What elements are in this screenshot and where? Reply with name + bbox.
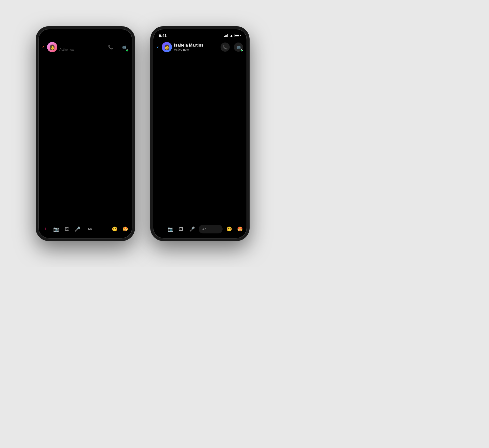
chat-area-dark: Oh, I remember this! 👩 What a great trip… bbox=[153, 54, 247, 223]
bubble-5-light: #Lovetoseeit bbox=[50, 186, 79, 197]
bubble-6-dark: Let me know what you wanna do! bbox=[165, 198, 228, 208]
contact-status-light: Active now bbox=[59, 48, 104, 51]
video-button-dark[interactable]: 📹 bbox=[234, 43, 243, 52]
add-button-light[interactable]: + bbox=[41, 225, 49, 233]
active-dot-light bbox=[126, 49, 128, 51]
msg-row-2-dark: 👩 What a great trip that was. bbox=[156, 141, 244, 151]
msg-avatar-5-light: 👩 bbox=[41, 190, 48, 197]
reaction-6-light: 👍 bbox=[124, 203, 129, 208]
msg-avatar-7-light: 👩 bbox=[41, 213, 48, 220]
screen-dark: 9:41 ▲ ‹ 👩 Isabela Martins Active now bbox=[153, 29, 247, 239]
bubble-4-light: Hmm idk but I have my outfit planned out… bbox=[63, 170, 130, 185]
back-arrow-light[interactable]: ‹ bbox=[42, 44, 44, 50]
msg-avatar-3-light: 👩 bbox=[41, 161, 48, 169]
msg-row-7-dark: Sounds good 🎊 bbox=[156, 209, 244, 220]
msg-row-5-dark: #Lovetoseeit bbox=[156, 186, 244, 197]
msg-row-1-light: 👩 Oh, I remember this! bbox=[41, 129, 129, 139]
call-button-light[interactable]: 📞 bbox=[106, 43, 115, 52]
bubble-4-dark: Hmm idk but I have my outfit planned out… bbox=[165, 170, 231, 185]
msg-row-image-light bbox=[41, 87, 129, 128]
gallery-button-light[interactable]: 🖼 bbox=[63, 225, 71, 233]
chat-header-dark: ‹ 👩 Isabela Martins Active now 📞 📹 bbox=[153, 40, 247, 54]
message-input-dark[interactable]: Aa bbox=[199, 225, 223, 233]
phone-dark: 9:41 ▲ ‹ 👩 Isabela Martins Active now bbox=[150, 26, 250, 241]
emoji-button-dark[interactable]: 😊 bbox=[225, 225, 233, 233]
battery-icon-light bbox=[120, 34, 126, 37]
image-bubble-dark bbox=[198, 87, 244, 128]
add-button-dark[interactable]: + bbox=[156, 225, 164, 233]
contact-name-dark: Isabela Martins bbox=[174, 43, 219, 48]
mic-button-light[interactable]: 🎤 bbox=[73, 225, 82, 233]
reaction-7-dark: 🎊 bbox=[239, 215, 244, 220]
bubble-3-light: Yoo! What are our NYE plans? bbox=[50, 158, 109, 169]
chat-header-light: ‹ 👩 Ayesha Siddiqui Active now 📞 📹 bbox=[38, 40, 132, 54]
sticker-button-light[interactable]: 🤩 bbox=[121, 225, 129, 233]
timestamp-light: 9:41 AM bbox=[41, 153, 129, 157]
contact-info-dark: Isabela Martins Active now bbox=[174, 43, 219, 51]
bubble-1-dark: Oh, I remember this! bbox=[202, 129, 244, 139]
back-arrow-dark[interactable]: ‹ bbox=[157, 44, 159, 50]
reaction-7-light: 🎊 bbox=[124, 215, 129, 220]
contact-info-light: Ayesha Siddiqui Active now bbox=[59, 43, 104, 51]
avatar-light: 👩 bbox=[47, 42, 57, 52]
msg-row-4-dark: 👩 Hmm idk but I have my outfit planned o… bbox=[156, 170, 244, 185]
input-bar-light: + 📷 🖼 🎤 Aa 😊 🤩 bbox=[38, 223, 132, 239]
bubble-1-light: Oh, I remember this! bbox=[50, 129, 92, 139]
avatar-dark: 👩 bbox=[162, 42, 172, 52]
bubble-7-dark: Sounds good bbox=[156, 209, 185, 220]
msg-avatar-6-dark: 👩 bbox=[156, 201, 163, 208]
msg-row-1-dark: Oh, I remember this! bbox=[156, 129, 244, 139]
camera-button-dark[interactable]: 📷 bbox=[167, 225, 175, 233]
active-dot-dark bbox=[241, 49, 243, 51]
bubble-3-dark: Yoo! What are our NYE plans? bbox=[185, 158, 244, 169]
msg-row-3-dark: Yoo! What are our NYE plans? bbox=[156, 158, 244, 169]
header-actions-dark: 📞 📹 bbox=[221, 43, 243, 52]
status-time-light: 9:41 bbox=[44, 33, 52, 38]
msg-row-6-dark: 👩 Let me know what you wanna do! 👍 bbox=[156, 198, 244, 208]
wifi-icon-light: ▲ bbox=[115, 34, 118, 37]
chat-area-light: 👩 Oh, I remember this! What a great trip… bbox=[38, 54, 132, 223]
battery-icon-dark bbox=[235, 34, 241, 37]
msg-avatar-2-dark: 👩 bbox=[156, 144, 163, 151]
video-button-light[interactable]: 📹 bbox=[119, 43, 128, 52]
msg-row-2-light: What a great trip that was. bbox=[41, 141, 129, 151]
bubble-2-dark: What a great trip that was. bbox=[165, 141, 216, 151]
screen-light: 9:41 ▲ ‹ 👩 Ayesha Siddiqui Active now bbox=[38, 29, 132, 239]
sticker-button-dark[interactable]: 🤩 bbox=[236, 225, 244, 233]
msg-row-4-light: Hmm idk but I have my outfit planned out… bbox=[41, 170, 129, 185]
signal-icon-light bbox=[110, 34, 114, 37]
status-time-dark: 9:41 bbox=[159, 33, 167, 38]
bubble-6-light: Let me know what you wanna do! bbox=[41, 198, 105, 208]
msg-row-6-light: Let me know what you wanna do! 👍 bbox=[41, 198, 129, 208]
message-input-light[interactable]: Aa bbox=[84, 225, 108, 233]
input-bar-dark: + 📷 🖼 🎤 Aa 😊 🤩 bbox=[153, 223, 247, 239]
msg-row-image-dark bbox=[156, 87, 244, 128]
bubble-2-light: What a great trip that was. bbox=[78, 141, 129, 151]
msg-row-3-light: 👩 Yoo! What are our NYE plans? bbox=[41, 158, 129, 169]
status-icons-light: ▲ bbox=[110, 34, 126, 37]
contact-name-light: Ayesha Siddiqui bbox=[59, 43, 104, 48]
bubble-7-light: Sounds good bbox=[50, 209, 79, 220]
gallery-button-dark[interactable]: 🖼 bbox=[177, 225, 185, 233]
status-bar-dark: 9:41 ▲ bbox=[153, 29, 247, 40]
reaction-6-dark: 👍 bbox=[239, 203, 244, 208]
msg-avatar-4-dark: 👩 bbox=[156, 178, 163, 185]
wifi-icon-dark: ▲ bbox=[230, 34, 233, 37]
image-bubble-light bbox=[84, 87, 129, 128]
bubble-5-dark: #Lovetoseeit bbox=[215, 186, 244, 197]
msg-row-7-light: 👩 Sounds good 🎊 bbox=[41, 209, 129, 220]
header-actions-light: 📞 📹 bbox=[106, 43, 128, 52]
emoji-button-light[interactable]: 😊 bbox=[111, 225, 119, 233]
mic-button-dark[interactable]: 🎤 bbox=[188, 225, 196, 233]
camera-button-light[interactable]: 📷 bbox=[52, 225, 60, 233]
status-icons-dark: ▲ bbox=[224, 34, 241, 37]
contact-status-dark: Active now bbox=[174, 48, 219, 51]
status-bar-light: 9:41 ▲ bbox=[38, 29, 132, 40]
phone-light: 9:41 ▲ ‹ 👩 Ayesha Siddiqui Active now bbox=[36, 26, 135, 241]
msg-avatar-1-light: 👩 bbox=[41, 132, 48, 139]
signal-icon-dark bbox=[224, 34, 228, 37]
timestamp-dark: 9:41 AM bbox=[156, 153, 244, 157]
msg-row-5-light: 👩 #Lovetoseeit bbox=[41, 186, 129, 197]
call-button-dark[interactable]: 📞 bbox=[221, 43, 230, 52]
